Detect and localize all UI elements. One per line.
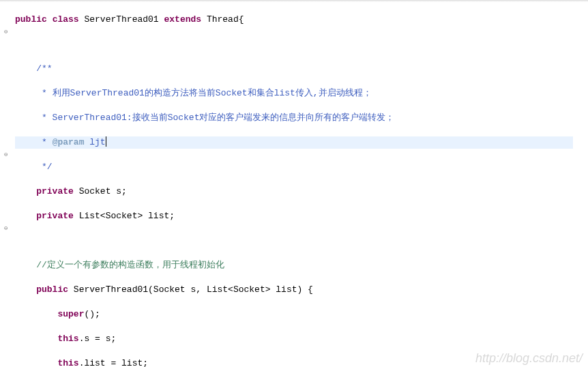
code-line: private Socket s; [15, 186, 588, 198]
code-line: */ [15, 161, 588, 173]
code-line [15, 235, 588, 247]
code-line [15, 38, 588, 50]
code-line: super(); [15, 308, 588, 321]
code-line: public ServerThread01(Socket s, List<Soc… [15, 284, 588, 296]
code-line: public class ServerThread01 extends Thre… [15, 14, 588, 26]
code-line: private List<Socket> list; [15, 210, 588, 222]
code-line: * 利用ServerThread01的构造方法将当前Socket和集合list传… [15, 87, 588, 100]
code-line: this.s = s; [15, 333, 588, 345]
code-line: /** [15, 63, 588, 75]
code-line: //定义一个有参数的构造函数，用于线程初始化 [15, 259, 588, 271]
code-editor[interactable]: public class ServerThread01 extends Thre… [0, 0, 588, 367]
current-line: * @param ljt [15, 136, 573, 149]
text-cursor [106, 136, 106, 147]
code-line: this.list = list; [15, 357, 588, 367]
code-line: * ServerThread01:接收当前Socket对应的客户端发来的信息并向… [15, 112, 588, 124]
